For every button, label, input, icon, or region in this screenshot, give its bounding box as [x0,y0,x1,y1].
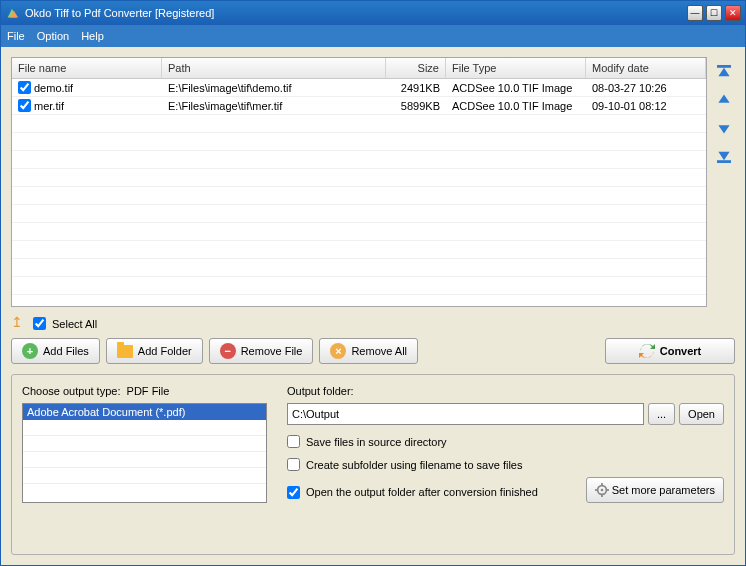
folder-icon [117,345,133,358]
table-row[interactable]: mer.tifE:\Files\image\tif\mer.tif5899KBA… [12,97,706,115]
maximize-button[interactable]: ☐ [706,5,722,21]
output-type-list[interactable]: Adobe Acrobat Document (*.pdf) [22,403,267,503]
row-checkbox[interactable] [18,99,31,112]
output-type-current: PDF File [127,385,170,397]
add-files-button[interactable]: +Add Files [11,338,100,364]
table-row[interactable]: demo.tifE:\Files\image\tif\demo.tif2491K… [12,79,706,97]
app-icon [5,6,19,20]
open-folder-button[interactable]: Open [679,403,724,425]
col-name[interactable]: File name [12,58,162,78]
close-button[interactable]: ✕ [725,5,741,21]
bottom-panel: Choose output type: PDF File Adobe Acrob… [11,374,735,555]
menu-help[interactable]: Help [81,30,104,42]
col-size[interactable]: Size [386,58,446,78]
output-type-label: Choose output type: [22,385,120,397]
up-level-icon[interactable]: ↥ [11,314,23,330]
file-list[interactable]: File name Path Size File Type Modify dat… [11,57,707,307]
svg-rect-1 [717,160,731,163]
convert-icon [639,343,655,359]
gear-icon [595,483,609,497]
svg-point-3 [600,489,603,492]
action-row: +Add Files Add Folder −Remove File ×Remo… [11,338,735,364]
move-up-button[interactable] [715,91,733,109]
x-icon: × [330,343,346,359]
menubar: File Option Help [1,25,745,47]
select-all-checkbox[interactable]: Select All [33,317,97,330]
remove-file-button[interactable]: −Remove File [209,338,314,364]
minus-icon: − [220,343,236,359]
select-all-input[interactable] [33,317,46,330]
output-type-panel: Choose output type: PDF File Adobe Acrob… [22,385,267,544]
output-folder-input[interactable] [287,403,644,425]
remove-all-button[interactable]: ×Remove All [319,338,418,364]
titlebar: Okdo Tiff to Pdf Converter [Registered] … [1,1,745,25]
svg-rect-0 [717,65,731,68]
select-all-row: ↥ Select All [11,307,735,338]
output-folder-label: Output folder: [287,385,724,397]
move-top-button[interactable] [715,63,733,81]
move-bottom-button[interactable] [715,147,733,165]
create-subfolder-checkbox[interactable]: Create subfolder using filename to save … [287,458,724,471]
row-checkbox[interactable] [18,81,31,94]
open-after-checkbox[interactable]: Open the output folder after conversion … [287,486,576,499]
content-area: File name Path Size File Type Modify dat… [1,47,745,565]
output-folder-panel: Output folder: ... Open Save files in so… [287,385,724,544]
col-type[interactable]: File Type [446,58,586,78]
col-path[interactable]: Path [162,58,386,78]
convert-button[interactable]: Convert [605,338,735,364]
set-more-parameters-button[interactable]: Set more parameters [586,477,724,503]
minimize-button[interactable]: — [687,5,703,21]
menu-file[interactable]: File [7,30,25,42]
plus-icon: + [22,343,38,359]
output-type-selected[interactable]: Adobe Acrobat Document (*.pdf) [23,404,266,420]
window-title: Okdo Tiff to Pdf Converter [Registered] [25,7,687,19]
col-date[interactable]: Modify date [586,58,706,78]
save-in-source-checkbox[interactable]: Save files in source directory [287,435,724,448]
reorder-buttons [713,57,735,307]
add-folder-button[interactable]: Add Folder [106,338,203,364]
browse-button[interactable]: ... [648,403,675,425]
file-list-header: File name Path Size File Type Modify dat… [12,58,706,79]
move-down-button[interactable] [715,119,733,137]
menu-option[interactable]: Option [37,30,69,42]
